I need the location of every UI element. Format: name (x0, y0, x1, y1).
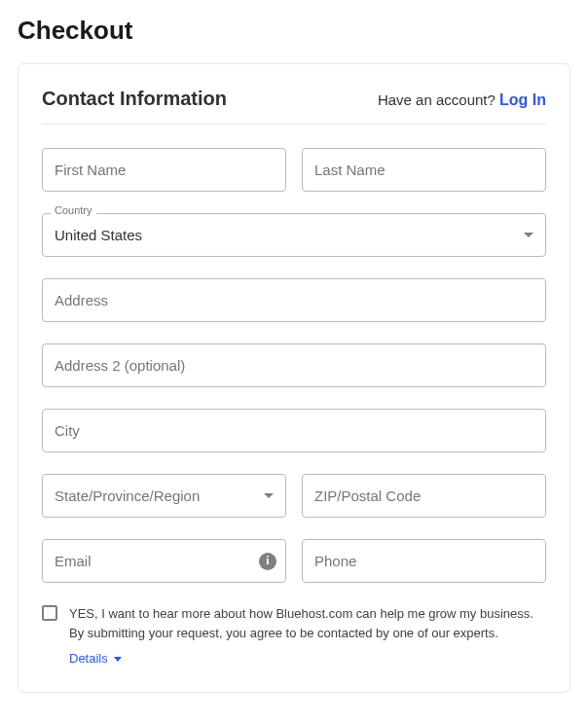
email-input[interactable] (42, 539, 286, 583)
last-name-input[interactable] (302, 148, 546, 192)
optin-line2: By submitting your request, you agree to… (69, 626, 498, 640)
section-title: Contact Information (42, 88, 227, 110)
first-name-input[interactable] (42, 148, 286, 192)
page-title: Checkout (18, 16, 570, 46)
chevron-down-icon (264, 493, 274, 498)
chevron-down-icon (524, 233, 533, 237)
account-prompt: Have an account? Log In (378, 91, 546, 109)
zip-input[interactable] (302, 474, 546, 518)
state-placeholder: State/Province/Region (55, 487, 200, 504)
details-label: Details (69, 649, 108, 668)
card-header: Contact Information Have an account? Log… (42, 88, 546, 125)
address2-input[interactable] (42, 343, 546, 387)
country-select[interactable]: United States (42, 213, 546, 257)
contact-card: Contact Information Have an account? Log… (18, 63, 570, 693)
optin-text: YES, I want to hear more about how Blueh… (69, 604, 533, 668)
country-value: United States (55, 227, 142, 243)
chevron-down-icon (114, 657, 122, 662)
state-select[interactable]: State/Province/Region (42, 474, 286, 518)
login-link[interactable]: Log In (499, 91, 546, 108)
optin-checkbox[interactable] (42, 605, 57, 621)
info-icon[interactable]: i (259, 553, 276, 570)
city-input[interactable] (42, 409, 546, 452)
details-toggle[interactable]: Details (69, 649, 122, 668)
optin-line1: YES, I want to hear more about how Blueh… (69, 606, 533, 621)
account-question: Have an account? (378, 91, 499, 108)
address-input[interactable] (42, 278, 546, 322)
country-label: Country (51, 205, 96, 216)
phone-input[interactable] (302, 539, 546, 583)
